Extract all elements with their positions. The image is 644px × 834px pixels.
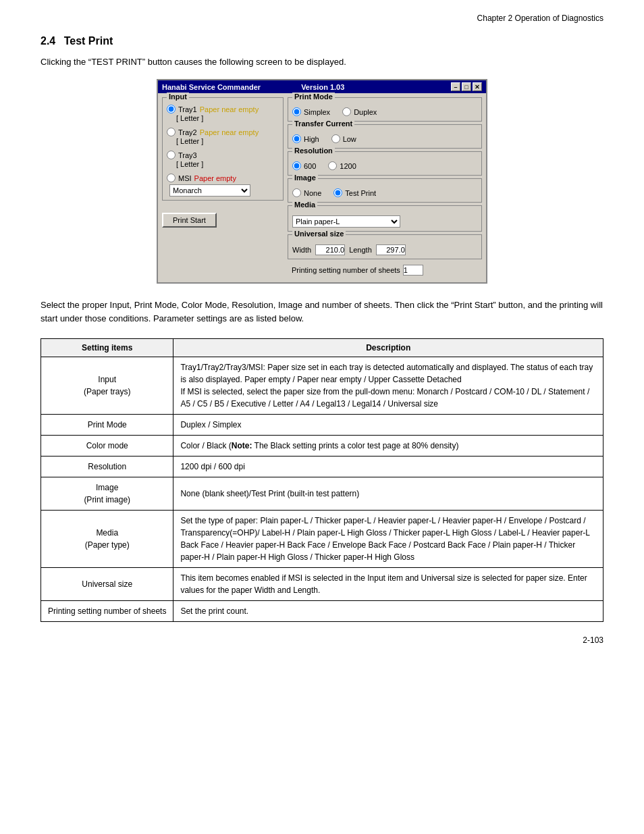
res1200-radio[interactable]: [328, 161, 337, 170]
simplex-option[interactable]: Simplex: [292, 107, 330, 116]
tray1-row: Tray1 Paper near empty: [167, 105, 279, 113]
maximize-button[interactable]: □: [462, 82, 471, 91]
tray3-row: Tray3: [167, 151, 279, 159]
settings-table: Setting items Description Input(Paper tr…: [41, 338, 603, 622]
item-colormode: Color mode: [41, 436, 173, 457]
tray3-label: Tray3: [178, 151, 197, 159]
tray3-radio[interactable]: [167, 151, 176, 159]
duplex-radio[interactable]: [342, 107, 351, 116]
print-mode-group: Print Mode Simplex Duplex: [288, 97, 482, 122]
media-label: Media: [292, 201, 317, 209]
item-resolution: Resolution: [41, 457, 173, 477]
printing-sheets-row: Printing setting number of sheets: [288, 262, 482, 278]
item-media: Media(Paper type): [41, 511, 173, 568]
width-input[interactable]: [315, 244, 345, 255]
desc-sheets: Set the print count.: [173, 601, 603, 622]
input-group-label: Input: [167, 93, 189, 101]
left-panel: Input Tray1 Paper near empty [ Letter ] …: [162, 97, 284, 278]
table-row: Printing setting number of sheets Set th…: [41, 601, 603, 622]
minimize-button[interactable]: –: [451, 82, 460, 91]
image-label: Image: [292, 174, 318, 182]
desc-media: Set the type of paper: Plain paper-L / T…: [173, 511, 603, 568]
sheets-input[interactable]: [403, 265, 423, 276]
tray1-size: [ Letter ]: [176, 114, 279, 122]
right-panel: Print Mode Simplex Duplex Transfer Curre…: [288, 97, 482, 278]
low-option[interactable]: Low: [331, 134, 356, 143]
table-row: Image(Print image) None (blank sheet)/Te…: [41, 477, 603, 511]
desc-image: None (blank sheet)/Test Print (built-in …: [173, 477, 603, 511]
testprint-option[interactable]: Test Print: [333, 188, 376, 197]
media-select[interactable]: Plain paper-L Thicker paper-L Heavier pa…: [292, 215, 400, 228]
item-image: Image(Print image): [41, 477, 173, 511]
desc-input: Tray1/Tray2/Tray3/MSI: Paper size set in…: [173, 357, 603, 415]
item-sheets: Printing setting number of sheets: [41, 601, 173, 622]
res1200-option[interactable]: 1200: [328, 161, 356, 170]
none-option[interactable]: None: [292, 188, 321, 197]
table-row: Print Mode Duplex / Simplex: [41, 415, 603, 436]
resolution-label: Resolution: [292, 147, 335, 155]
resolution-group: Resolution 600 1200: [288, 151, 482, 176]
testprint-radio[interactable]: [333, 188, 342, 197]
dialog-titlebar-buttons: – □ ✕: [451, 82, 482, 91]
high-option[interactable]: High: [292, 134, 319, 143]
transfer-current-label: Transfer Current: [292, 120, 354, 128]
length-input[interactable]: [376, 244, 406, 255]
resolution-options: 600 1200: [292, 161, 477, 172]
high-radio[interactable]: [292, 134, 301, 143]
low-radio[interactable]: [331, 134, 340, 143]
tray2-label: Tray2: [178, 128, 197, 136]
desc-text: Select the proper Input, Print Mode, Col…: [41, 298, 603, 325]
msi-select[interactable]: Monarch Postcard COM-10 DL Statement A5 …: [169, 184, 250, 197]
item-printmode: Print Mode: [41, 415, 173, 436]
universal-size-group: Universal size Width Length: [288, 234, 482, 259]
universal-size-row: Width Length: [292, 244, 477, 255]
desc-resolution: 1200 dpi / 600 dpi: [173, 457, 603, 477]
media-select-area: Plain paper-L Thicker paper-L Heavier pa…: [292, 215, 477, 228]
transfer-current-options: High Low: [292, 134, 477, 145]
desc-printmode: Duplex / Simplex: [173, 415, 603, 436]
msi-row: MSI Paper empty: [167, 174, 279, 182]
media-group: Media Plain paper-L Thicker paper-L Heav…: [288, 205, 482, 232]
note-bold: Note:: [232, 441, 252, 450]
print-start-button[interactable]: Print Start: [162, 213, 217, 228]
table-row: Universal size This item becomes enabled…: [41, 568, 603, 601]
image-group: Image None Test Print: [288, 178, 482, 203]
width-label: Width: [292, 246, 311, 254]
table-row: Resolution 1200 dpi / 600 dpi: [41, 457, 603, 477]
dialog-title-left: Hanabi Service Commander: [162, 83, 261, 91]
tray2-size: [ Letter ]: [176, 137, 279, 145]
tray3-size: [ Letter ]: [176, 160, 279, 168]
tray1-status: Paper near empty: [200, 105, 259, 113]
dialog-body: Input Tray1 Paper near empty [ Letter ] …: [158, 93, 486, 282]
desc-universal: This item becomes enabled if MSI is sele…: [173, 568, 603, 601]
length-label: Length: [349, 246, 372, 254]
image-options: None Test Print: [292, 188, 477, 199]
res600-radio[interactable]: [292, 161, 301, 170]
msi-dropdown-area: Monarch Postcard COM-10 DL Statement A5 …: [169, 184, 279, 197]
desc-colormode: Color / Black (Note: The Black setting p…: [173, 436, 603, 457]
tray2-radio[interactable]: [167, 128, 176, 136]
msi-label: MSI: [178, 174, 192, 182]
table-row: Color mode Color / Black (Note: The Blac…: [41, 436, 603, 457]
table-row: Media(Paper type) Set the type of paper:…: [41, 511, 603, 568]
res600-option[interactable]: 600: [292, 161, 316, 170]
print-mode-options: Simplex Duplex: [292, 107, 477, 118]
duplex-option[interactable]: Duplex: [342, 107, 377, 116]
col-header-items: Setting items: [41, 339, 173, 357]
tray1-radio[interactable]: [167, 105, 176, 113]
dialog-titlebar: Hanabi Service Commander Version 1.03 – …: [158, 80, 486, 93]
col-header-desc: Description: [173, 339, 603, 357]
intro-text: Clicking the “TEST PRINT” button causes …: [41, 57, 603, 67]
printing-sheets-label: Printing setting number of sheets: [292, 266, 400, 274]
none-radio[interactable]: [292, 188, 301, 197]
tray2-status: Paper near empty: [200, 128, 259, 136]
simplex-radio[interactable]: [292, 107, 301, 116]
table-row: Input(Paper trays) Tray1/Tray2/Tray3/MSI…: [41, 357, 603, 415]
dialog-title-area: Hanabi Service Commander Version 1.03: [162, 83, 344, 91]
msi-radio[interactable]: [167, 174, 176, 182]
tray1-label: Tray1: [178, 105, 197, 113]
msi-status: Paper empty: [194, 174, 236, 182]
close-button[interactable]: ✕: [473, 82, 482, 91]
universal-size-label: Universal size: [292, 230, 346, 238]
item-universal: Universal size: [41, 568, 173, 601]
